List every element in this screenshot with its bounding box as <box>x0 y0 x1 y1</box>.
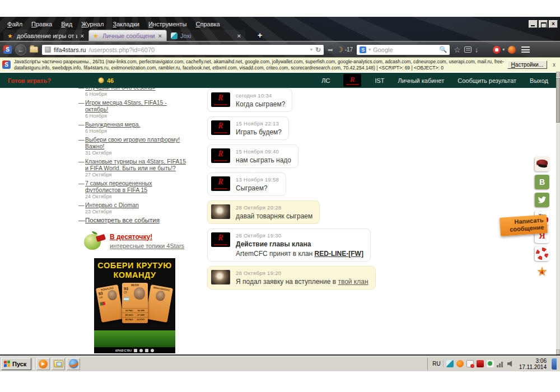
nav-private-messages[interactable]: ЛС <box>321 77 330 84</box>
bookmarks-list-icon[interactable] <box>464 46 472 53</box>
red-line-clan-avatar[interactable]: R <box>211 148 230 163</box>
news-link[interactable]: Вынужденная мера. <box>78 121 188 128</box>
tab-add-game[interactable]: ★ добавление игры от игрока... × <box>3 30 88 41</box>
red-line-clan-avatar[interactable]: R <box>211 232 230 247</box>
nav-logout[interactable]: Выход <box>530 77 548 84</box>
minimize-button[interactable] <box>529 20 538 28</box>
tab-joxi[interactable]: Joxi × <box>167 30 245 41</box>
nav-personal-cabinet[interactable]: Личный кабинет <box>398 77 445 84</box>
fox-extension-icon[interactable] <box>508 46 516 54</box>
close-tab-icon[interactable]: × <box>158 32 162 39</box>
quick-bookmark-icon[interactable]: ➥ <box>328 46 333 54</box>
menu-help[interactable]: Справка <box>192 20 224 29</box>
browser-menubar: Файл Правка Вид Журнал Закладки Инструме… <box>0 19 560 29</box>
menu-hamburger-icon[interactable] <box>521 46 530 53</box>
adblock-dropdown-icon[interactable]: ▾ <box>502 47 505 52</box>
nav-report-result[interactable]: Сообщить результат <box>458 77 516 84</box>
firefox-quicklaunch[interactable] <box>67 358 80 370</box>
search-icon[interactable]: 🔍 <box>439 46 447 53</box>
close-window-button[interactable]: × <box>549 20 558 28</box>
search-engine-icon[interactable]: S <box>360 46 366 53</box>
scroll-down-arrow[interactable] <box>556 349 560 354</box>
search-engine-dropdown-icon[interactable]: ▾ <box>368 47 371 52</box>
red-line-clan-avatar[interactable]: R <box>211 120 230 135</box>
ad-banner[interactable]: СОБЕРИ КРУТУЮ КОМАНДУ RONALDO 93 LW IBRA… <box>94 258 175 353</box>
volume-icon[interactable] <box>507 361 514 367</box>
close-tab-icon[interactable]: × <box>80 32 85 39</box>
message-bubble[interactable]: R 15 Ноября 22:13 Играть будем? <box>207 116 289 140</box>
bookmark-star-icon[interactable]: ☆ <box>454 45 461 54</box>
update-check-tray-icon[interactable] <box>487 360 494 367</box>
close-tab-icon[interactable]: × <box>237 32 241 39</box>
user-photo-avatar[interactable] <box>211 270 230 284</box>
message-bubble[interactable]: R 15 Ноября 09:40 нам сыграть надо <box>207 144 298 168</box>
network-signal-icon[interactable] <box>497 361 505 367</box>
restore-button[interactable] <box>539 20 548 28</box>
adblock-icon[interactable] <box>493 46 501 54</box>
message-bubble-own[interactable]: 28 Октября 20:28 давай товарняк сыграем <box>207 200 320 224</box>
noscript-settings-button[interactable]: Настройки... <box>507 60 547 69</box>
urlbar-dropdown-icon[interactable]: ▾ <box>310 47 312 52</box>
taskbar-clock[interactable]: 3:06 17.11.2014 <box>517 358 549 370</box>
moon-extension-icon[interactable]: ☽ <box>337 45 343 54</box>
scroll-up-arrow[interactable] <box>556 72 560 77</box>
view-all-events-link[interactable]: Посмотреть все события <box>78 217 188 223</box>
site-identity-icon[interactable] <box>45 46 51 53</box>
message-text: давай товарняк сыграем <box>236 212 312 220</box>
news-link[interactable]: 7 самых переоцененных футболистов в FIFA… <box>78 180 188 193</box>
user-photo-avatar[interactable] <box>211 204 230 219</box>
ready-to-play-link[interactable]: Готов играть? <box>8 77 51 84</box>
nav-ist[interactable]: IST <box>375 77 384 84</box>
folder-icon[interactable] <box>30 46 38 53</box>
twitter-icon[interactable] <box>535 193 549 207</box>
write-message-ribbon[interactable]: Написать сообщение <box>500 214 548 236</box>
menu-tools[interactable]: Инструменты <box>144 20 191 29</box>
orange-tray-icon[interactable] <box>456 360 464 367</box>
red-line-clan-avatar[interactable]: R <box>211 92 230 107</box>
digest-title-link[interactable]: В десяточку! <box>110 233 184 241</box>
message-bubble[interactable]: R 13 Ноября 19:58 Сыграем? <box>207 172 286 196</box>
clan-logo[interactable]: R <box>343 74 361 87</box>
url-bar[interactable]: fifa4stars.ru /userposts.php?id=6070 ▾ ↻ <box>41 44 324 55</box>
close-notification-icon[interactable]: x <box>550 62 558 68</box>
blocked-doc-tray-icon[interactable] <box>466 360 474 367</box>
menu-file[interactable]: Файл <box>3 20 26 29</box>
news-link[interactable]: Выбери свою игровую платформу! Важно! <box>78 136 188 150</box>
cap-icon[interactable] <box>535 157 549 171</box>
news-link[interactable]: Клановые турниры на 4Stars, FIFA15 и FIF… <box>78 158 188 171</box>
message-bubble[interactable]: R сегодня 10:34 Когда сыграем? <box>207 88 292 112</box>
vk-icon[interactable]: B <box>535 175 549 189</box>
start-button[interactable]: Пуск <box>1 358 31 370</box>
language-indicator[interactable]: RU <box>432 361 443 367</box>
antivirus-tray-icon[interactable] <box>477 360 484 367</box>
downloads-icon[interactable]: ↓ <box>475 45 479 54</box>
new-tab-button[interactable]: + <box>253 31 267 41</box>
digest-subtitle-link[interactable]: интересные топики 4Stars <box>110 242 184 249</box>
search-box[interactable]: S ▾ Google 🔍 <box>356 44 450 55</box>
news-link[interactable]: Интервью с Dioman <box>78 202 188 208</box>
controller-icon <box>151 349 154 352</box>
back-button[interactable]: ← <box>15 44 26 55</box>
red-line-clan-avatar[interactable]: R <box>211 176 230 191</box>
vertical-scrollbar[interactable] <box>556 72 560 354</box>
clan-link[interactable]: RED-LINE-[FW] <box>315 250 363 258</box>
message-time: 28 Октября 19:30 <box>236 232 363 239</box>
menu-view[interactable]: Вид <box>57 20 76 29</box>
news-link[interactable]: Игрок месяца 4Stars, FIFA15 - октябрь! <box>78 99 188 113</box>
message-bubble-own[interactable]: 28 Октября 19:20 Я подал заявку на вступ… <box>207 266 376 290</box>
star4-icon[interactable]: ★4 <box>535 264 549 279</box>
media-player-quicklaunch[interactable]: ▶ <box>36 358 50 370</box>
taskbar-edge-icon[interactable] <box>552 358 557 370</box>
your-clan-link[interactable]: твой клан <box>338 278 368 286</box>
scrollbar-thumb[interactable] <box>556 78 560 123</box>
explorer-quicklaunch[interactable] <box>52 358 65 370</box>
joxi-tray-icon[interactable] <box>446 360 454 367</box>
menu-edit[interactable]: Правка <box>27 20 56 29</box>
message-bubble-system[interactable]: R 28 Октября 19:30 Действие главы клана … <box>207 228 371 262</box>
tab-private-messages-active[interactable]: ★ Личные сообщения IST. FIF × <box>88 30 167 41</box>
lifebuoy-icon[interactable] <box>535 246 549 261</box>
menu-bookmarks[interactable]: Закладки <box>109 20 143 29</box>
reload-icon[interactable]: ↻ <box>315 46 321 54</box>
menu-history[interactable]: Журнал <box>77 20 108 29</box>
noscript-icon[interactable]: S <box>3 45 12 54</box>
